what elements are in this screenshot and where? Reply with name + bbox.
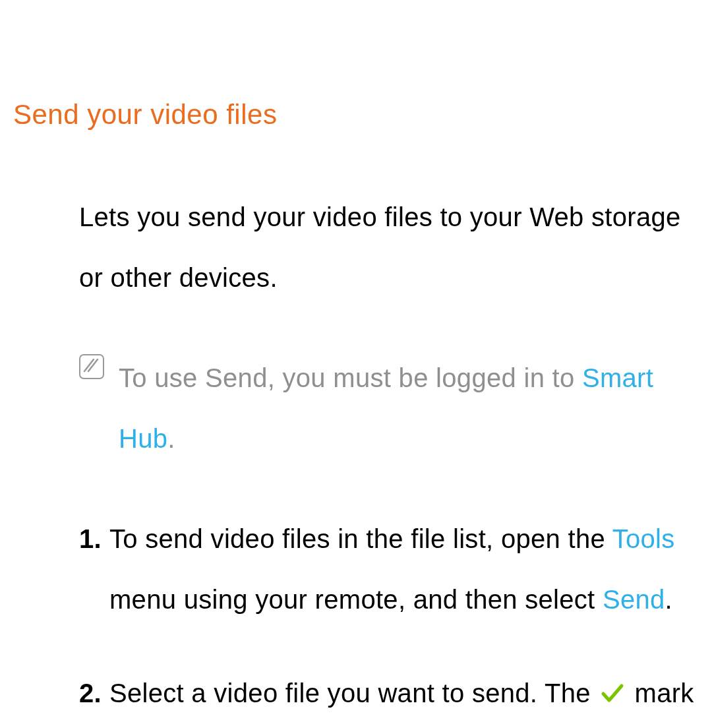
list-item: 2. Select a video file you want to send.…: [79, 663, 699, 728]
checkmark-icon: [601, 665, 624, 725]
step-text-part: .: [665, 585, 672, 614]
list-item: 1. To send video files in the file list,…: [79, 508, 699, 630]
step-text-part: Select a video file you want to send. Th…: [109, 679, 598, 708]
step-text: Select a video file you want to send. Th…: [109, 663, 699, 728]
page-heading: Send your video files: [13, 99, 699, 131]
note-block: To use Send, you must be logged in to Sm…: [79, 348, 699, 469]
note-text: To use Send, you must be logged in to Sm…: [119, 348, 699, 469]
note-icon: [79, 354, 104, 379]
intro-text: Lets you send your video files to your W…: [79, 187, 699, 308]
step-number: 1.: [79, 508, 102, 569]
highlight-text: Send: [603, 585, 665, 614]
step-text-part: To send video files in the file list, op…: [109, 524, 612, 553]
steps-list: 1. To send video files in the file list,…: [79, 508, 699, 728]
step-number: 2.: [79, 663, 102, 723]
step-text: To send video files in the file list, op…: [109, 508, 699, 630]
note-prefix: To use Send, you must be logged in to: [119, 363, 582, 392]
step-text-part: menu using your remote, and then select: [109, 585, 603, 614]
note-suffix: .: [167, 424, 175, 453]
highlight-text: Tools: [612, 524, 675, 553]
